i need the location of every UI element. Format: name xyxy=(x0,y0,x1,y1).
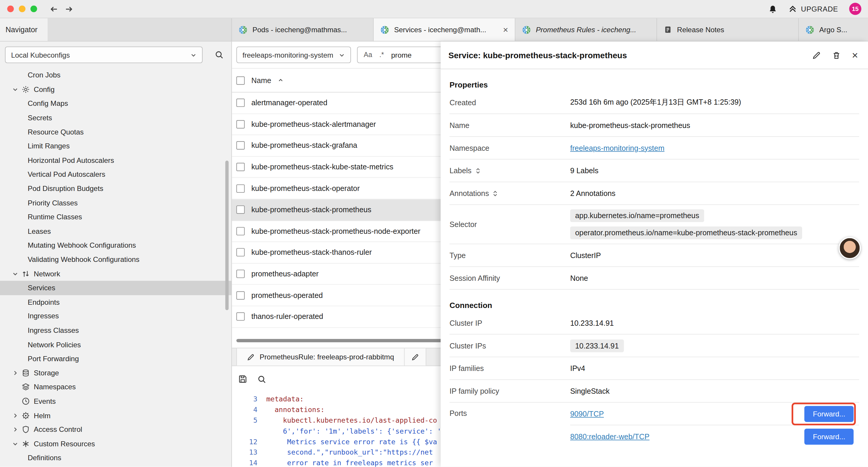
dock-tab-prometheusrule[interactable]: PrometheusRule: freeleaps-prod-rabbitmq xyxy=(236,348,404,366)
sort-ascending-icon[interactable] xyxy=(278,78,284,83)
sidebar-item-secrets[interactable]: Secrets xyxy=(0,111,231,125)
service-name: kube-prometheus-stack-alertmanager xyxy=(251,120,376,128)
sidebar-item-services[interactable]: Services xyxy=(0,281,231,295)
sidebar-item-cron-jobs[interactable]: Cron Jobs xyxy=(0,68,231,82)
sidebar-item-network[interactable]: Network xyxy=(0,267,231,281)
tab-prometheus-rules-icecheng[interactable]: Prometheus Rules - icecheng... xyxy=(515,18,657,41)
detail-value-link[interactable]: freeleaps-monitoring-system xyxy=(570,144,664,152)
detail-value: freeleaps-monitoring-system xyxy=(570,144,664,152)
namespace-selector-value: freeleaps-monitoring-system xyxy=(243,51,333,59)
row-checkbox[interactable] xyxy=(236,248,245,257)
row-checkbox[interactable] xyxy=(236,270,245,278)
sidebar-item-config-maps[interactable]: Config Maps xyxy=(0,96,231,111)
chevron-right-icon[interactable] xyxy=(12,370,21,376)
sidebar-item-custom-resources[interactable]: Custom Resources xyxy=(0,437,231,451)
row-checkbox[interactable] xyxy=(236,99,245,107)
detail-label-text: Ports xyxy=(450,409,467,418)
kubeconfig-selector-value: Local Kubeconfigs xyxy=(11,51,70,59)
detail-value: ClusterIP xyxy=(570,251,601,260)
sidebar-item-vertical-pod-autoscalers[interactable]: Vertical Pod Autoscalers xyxy=(0,167,231,181)
tab-pods-icecheng-mathmas[interactable]: Pods - icecheng@mathmas... xyxy=(232,18,374,41)
editor-search-icon[interactable] xyxy=(257,375,266,384)
detail-value-text: 10.233.14.91 xyxy=(570,319,614,327)
expander-icon[interactable] xyxy=(493,190,498,197)
sidebar-item-mutating-webhook-configurations[interactable]: Mutating Webhook Configurations xyxy=(0,238,231,253)
expander-icon[interactable] xyxy=(475,167,480,174)
app-window: UPGRADE 15 Navigator Pods - icecheng@mat… xyxy=(0,0,868,467)
sidebar-item-access-control[interactable]: Access Control xyxy=(0,422,231,437)
sidebar-item-ingress-classes[interactable]: Ingress Classes xyxy=(0,323,231,338)
sidebar-item-events[interactable]: Events xyxy=(0,394,231,408)
row-checkbox[interactable] xyxy=(236,291,245,299)
notification-count-badge[interactable]: 15 xyxy=(849,3,861,15)
user-avatar[interactable] xyxy=(839,237,861,259)
sidebar-item-port-forwarding[interactable]: Port Forwarding xyxy=(0,352,231,366)
dock-tab-hidden[interactable] xyxy=(404,348,426,366)
forward-button[interactable]: Forward... xyxy=(804,406,854,421)
tab-services-icecheng-math[interactable]: Services - icecheng@math...× xyxy=(374,18,516,41)
sidebar-item-definitions[interactable]: Definitions xyxy=(0,451,231,465)
chevron-down-icon[interactable] xyxy=(12,441,21,447)
sidebar-item-endpoints[interactable]: Endpoints xyxy=(0,295,231,309)
detail-row-ports: Ports9090/TCPForward...8080:reloader-web… xyxy=(450,403,859,447)
sidebar-item-config[interactable]: Config xyxy=(0,82,231,96)
upgrade-button[interactable]: UPGRADE xyxy=(788,4,838,13)
row-checkbox[interactable] xyxy=(236,120,245,128)
chevron-down-icon[interactable] xyxy=(12,86,21,92)
sidebar-item-label: Priority Classes xyxy=(28,199,78,207)
trash-icon[interactable] xyxy=(832,51,841,59)
kubeconfig-selector[interactable]: Local Kubeconfigs xyxy=(5,47,203,63)
column-header-name[interactable]: Name xyxy=(251,76,271,85)
sidebar-item-helm[interactable]: Helm xyxy=(0,408,231,422)
sidebar-item-ingresses[interactable]: Ingresses xyxy=(0,309,231,323)
sidebar-item-pod-disruption-budgets[interactable]: Pod Disruption Budgets xyxy=(0,181,231,196)
sidebar-item-network-policies[interactable]: Network Policies xyxy=(0,338,231,352)
namespace-selector[interactable]: freeleaps-monitoring-system xyxy=(236,47,351,63)
sidebar-search-icon[interactable] xyxy=(215,51,224,59)
match-case-toggle[interactable]: Aa xyxy=(364,51,372,59)
port-link[interactable]: 9090/TCP xyxy=(570,410,604,418)
sidebar-item-resource-quotas[interactable]: Resource Quotas xyxy=(0,125,231,139)
row-checkbox[interactable] xyxy=(236,163,245,171)
tab-label: Pods - icecheng@mathmas... xyxy=(252,25,366,34)
select-all-checkbox[interactable] xyxy=(236,76,245,85)
sidebar-scrollbar[interactable] xyxy=(225,160,229,310)
close-icon[interactable]: × xyxy=(852,49,858,61)
tab-argo-s[interactable]: Argo S... xyxy=(799,18,868,41)
row-checkbox[interactable] xyxy=(236,227,245,235)
window-zoom-button[interactable] xyxy=(30,6,37,12)
sidebar-item-horizontal-pod-autoscalers[interactable]: Horizontal Pod Autoscalers xyxy=(0,153,231,167)
notifications-bell-icon[interactable] xyxy=(769,4,777,13)
sidebar-item-limit-ranges[interactable]: Limit Ranges xyxy=(0,139,231,153)
save-icon[interactable] xyxy=(238,375,248,384)
sidebar-item-namespaces[interactable]: Namespaces xyxy=(0,380,231,394)
section-heading-connection: Connection xyxy=(450,300,859,310)
forward-button[interactable]: Forward... xyxy=(804,428,854,444)
chevron-right-icon[interactable] xyxy=(12,412,21,418)
row-checkbox[interactable] xyxy=(236,313,245,321)
window-minimize-button[interactable] xyxy=(19,6,25,12)
traffic-lights xyxy=(7,6,37,12)
window-close-button[interactable] xyxy=(7,6,13,12)
sidebar-item-priority-classes[interactable]: Priority Classes xyxy=(0,196,231,210)
sidebar-item-runtime-classes[interactable]: Runtime Classes xyxy=(0,210,231,224)
sidebar-item-storage[interactable]: Storage xyxy=(0,366,231,380)
forward-arrow-icon[interactable] xyxy=(64,4,73,13)
close-icon[interactable]: × xyxy=(503,25,508,34)
port-link[interactable]: 8080:reloader-web/TCP xyxy=(570,432,650,440)
tab-release-notes[interactable]: Release Notes xyxy=(657,18,799,41)
tab-label: Prometheus Rules - icecheng... xyxy=(536,25,650,34)
sidebar-item-label: Helm xyxy=(34,411,51,419)
sidebar-item-validating-webhook-configurations[interactable]: Validating Webhook Configurations xyxy=(0,253,231,267)
regex-toggle[interactable]: .* xyxy=(379,51,384,59)
edit-pencil-icon[interactable] xyxy=(812,51,821,59)
sidebar-item-leases[interactable]: Leases xyxy=(0,224,231,238)
row-checkbox[interactable] xyxy=(236,142,245,150)
chevron-down-icon[interactable] xyxy=(12,271,21,277)
chevron-down-icon xyxy=(339,52,345,58)
chevron-right-icon[interactable] xyxy=(12,427,21,433)
detail-row-selector: Selectorapp.kubernetes.io/name=prometheu… xyxy=(450,205,859,244)
row-checkbox[interactable] xyxy=(236,184,245,193)
back-arrow-icon[interactable] xyxy=(49,4,59,13)
row-checkbox[interactable] xyxy=(236,206,245,214)
